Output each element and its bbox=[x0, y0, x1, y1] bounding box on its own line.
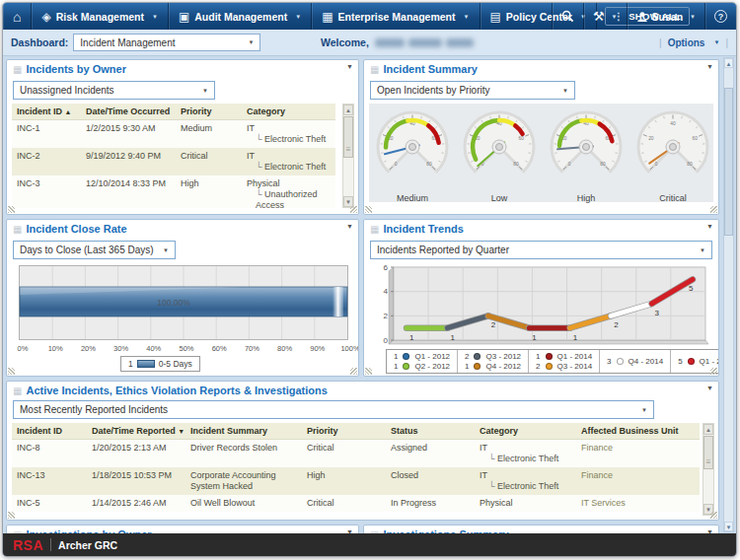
svg-text:0: 0 bbox=[655, 162, 658, 167]
chevron-down-icon: ▼ bbox=[612, 14, 618, 20]
x-tick-label: 80% bbox=[273, 344, 297, 353]
resize-grip[interactable] bbox=[350, 206, 357, 213]
svg-text:2: 2 bbox=[491, 320, 496, 329]
column-header[interactable]: Category bbox=[475, 423, 576, 440]
table-row[interactable]: INC-131/18/2015 10:53 PMCorporate Accoun… bbox=[12, 467, 700, 495]
legend-entry: 2 Q3 - 2014 bbox=[536, 362, 592, 371]
options-menu[interactable]: | Options ▼ | bbox=[659, 37, 728, 48]
svg-text:2: 2 bbox=[384, 312, 389, 320]
chevron-down-icon: ▼ bbox=[641, 407, 647, 413]
scroll-up-arrow[interactable]: ▲ bbox=[703, 424, 713, 435]
divider bbox=[50, 538, 51, 551]
nav-item-audit-management[interactable]: ▣ Audit Management ▼ bbox=[169, 3, 312, 30]
table-row[interactable]: INC-11/2/2015 9:30 AMMediumIT└ Electroni… bbox=[12, 120, 335, 149]
chevron-down-icon: ▼ bbox=[248, 39, 254, 45]
page-scrollbar: ▲ ▼ bbox=[723, 57, 734, 532]
legend-dot bbox=[546, 353, 553, 360]
nav-item-risk-management[interactable]: ◈ Risk Management ▼ bbox=[32, 3, 168, 30]
panel-title: ▦ Incidents by Owner bbox=[13, 63, 126, 75]
drag-handle-icon[interactable]: ▦ bbox=[13, 224, 22, 235]
product-name: Archer GRC bbox=[58, 539, 117, 551]
risk-diamond-icon: ◈ bbox=[41, 10, 50, 24]
resize-grip[interactable] bbox=[710, 368, 717, 375]
drag-handle-icon[interactable]: ▦ bbox=[370, 64, 379, 75]
home-button[interactable]: ⌂ bbox=[3, 3, 32, 30]
trends-legend: 1 Q1 - 20121 Q2 - 20122 Q3 - 20121 Q4 - … bbox=[386, 349, 719, 374]
panel-title: ▦ Incident Trends bbox=[370, 223, 464, 235]
resize-grip[interactable] bbox=[365, 206, 372, 213]
subcategory: └ Electronic Theft bbox=[480, 481, 571, 492]
active-incidents-filter-select[interactable]: Most Recently Reported Incidents ▼ bbox=[13, 400, 654, 419]
resize-grip[interactable] bbox=[8, 512, 15, 519]
column-header[interactable]: Date/Time Reported ▼ bbox=[87, 423, 185, 440]
x-tick-label: 90% bbox=[306, 344, 330, 353]
table-row[interactable]: INC-51/14/2015 2:46 AMOil Well BlowoutCr… bbox=[12, 495, 700, 512]
dashboard-select[interactable]: Incident Management ▼ bbox=[73, 34, 260, 51]
dashboard-content: ▦ Incidents by Owner ▼ Unassigned Incide… bbox=[3, 56, 736, 533]
scroll-thumb[interactable] bbox=[703, 436, 713, 469]
table-row[interactable]: INC-312/10/2014 8:33 PMHighPhysical└ Una… bbox=[12, 175, 335, 208]
panel-menu-icon[interactable]: ▼ bbox=[706, 223, 713, 230]
search-button[interactable] bbox=[552, 3, 583, 30]
column-header[interactable]: Incident Summary bbox=[185, 423, 302, 440]
table-row[interactable]: INC-81/20/2015 2:13 AMDriver Records Sto… bbox=[12, 440, 700, 468]
x-tick-label: 10% bbox=[43, 344, 67, 353]
resize-grip[interactable] bbox=[365, 368, 372, 375]
user-icon bbox=[636, 11, 648, 23]
column-header[interactable]: Priority bbox=[176, 104, 242, 120]
incidents-by-owner-table: Incident ID ▲Date/Time OccurredPriorityC… bbox=[12, 104, 335, 208]
panel-title: ▦ Incident Summary bbox=[370, 63, 478, 75]
incident-summary-filter-select[interactable]: Open Incidents by Priority ▼ bbox=[370, 81, 575, 100]
drag-handle-icon[interactable]: ▦ bbox=[370, 224, 379, 235]
gauge-medium: 020406080 Medium bbox=[369, 107, 456, 203]
panel-menu-icon[interactable]: ▼ bbox=[346, 63, 353, 70]
trends-filter-select[interactable]: Incidents Reported by Quarter ▼ bbox=[370, 241, 712, 259]
legend-entry: 3 Q4 - 2014 bbox=[607, 357, 663, 366]
scroll-thumb[interactable] bbox=[724, 88, 733, 236]
audit-clipboard-icon: ▣ bbox=[179, 10, 189, 24]
legend-entry: 5 Q1 - 2015 bbox=[678, 357, 719, 366]
column-header[interactable]: Incident ID ▲ bbox=[12, 104, 81, 120]
column-header[interactable]: Priority bbox=[302, 423, 386, 440]
legend-dot bbox=[403, 363, 409, 370]
svg-text:1: 1 bbox=[409, 333, 414, 342]
svg-text:80: 80 bbox=[513, 162, 519, 167]
admin-tools-button[interactable]: ⚒ ▼ bbox=[583, 3, 627, 30]
x-tick-label: 50% bbox=[175, 344, 198, 353]
chevron-down-icon: ▼ bbox=[295, 14, 301, 20]
legend-entry: 1 Q4 - 2012 bbox=[465, 362, 521, 371]
legend-dot bbox=[474, 363, 481, 370]
column-header[interactable]: Category bbox=[242, 104, 335, 120]
table-row[interactable]: INC-29/19/2012 9:40 PMCriticalIT└ Electr… bbox=[12, 148, 335, 175]
nav-item-enterprise-management[interactable]: ▦ Enterprise Management ▼ bbox=[312, 3, 480, 30]
drag-handle-icon[interactable]: ▦ bbox=[13, 385, 22, 396]
drag-handle-icon[interactable]: ▦ bbox=[13, 64, 22, 75]
scroll-up-arrow[interactable]: ▲ bbox=[343, 105, 353, 115]
help-button[interactable]: ? bbox=[704, 3, 736, 30]
panel-menu-icon[interactable]: ▼ bbox=[346, 223, 353, 230]
scroll-thumb[interactable] bbox=[343, 116, 353, 158]
redacted-user-name bbox=[375, 38, 474, 47]
active-incidents-table: Incident IDDate/Time Reported ▼Incident … bbox=[12, 423, 700, 516]
panel-menu-icon[interactable]: ▼ bbox=[706, 385, 713, 391]
column-header[interactable]: Status bbox=[386, 423, 475, 440]
resize-grip[interactable] bbox=[710, 512, 717, 519]
legend-dot bbox=[474, 353, 481, 360]
column-header[interactable]: Incident ID bbox=[12, 423, 87, 440]
column-header[interactable]: Affected Business Unit bbox=[576, 423, 700, 440]
scroll-up-arrow[interactable]: ▲ bbox=[724, 58, 733, 68]
incidents-by-owner-filter-select[interactable]: Unassigned Incidents ▼ bbox=[13, 81, 215, 100]
resize-grip[interactable] bbox=[350, 368, 357, 375]
resize-grip[interactable] bbox=[710, 206, 717, 213]
svg-text:0: 0 bbox=[395, 162, 398, 167]
svg-text:4: 4 bbox=[384, 287, 389, 296]
resize-grip[interactable] bbox=[8, 368, 15, 375]
svg-text:60: 60 bbox=[519, 136, 525, 141]
panel-menu-icon[interactable]: ▼ bbox=[706, 63, 713, 70]
column-header[interactable]: Date/Time Occurred bbox=[81, 104, 176, 120]
chevron-down-icon: ▼ bbox=[152, 14, 158, 20]
resize-grip[interactable] bbox=[8, 206, 15, 213]
user-menu-button[interactable]: Susan ▼ bbox=[627, 3, 704, 30]
close-rate-filter-select[interactable]: Days to Close (Last 365 Days) ▼ bbox=[13, 241, 176, 259]
scroll-down-arrow[interactable]: ▼ bbox=[724, 522, 733, 531]
